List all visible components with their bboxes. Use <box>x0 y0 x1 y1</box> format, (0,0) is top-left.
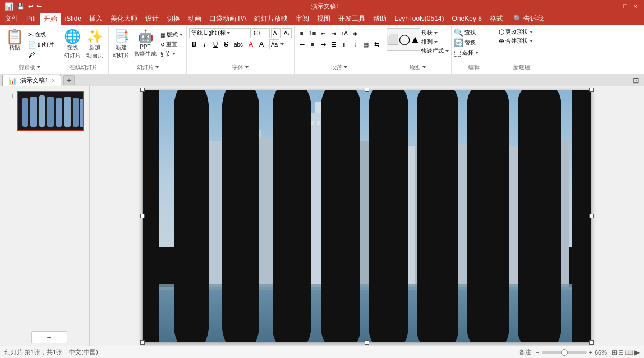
align-center-button[interactable]: ≡ <box>307 39 318 49</box>
find-button[interactable]: 🔍查找 <box>454 28 494 37</box>
menu-bar: 文件 Piti 开始 iSlide 插入 美化大师 设计 切换 动画 口袋动画 … <box>0 12 644 25</box>
doc-tab-1-close[interactable]: × <box>52 77 55 84</box>
numbered-list-button[interactable]: 1≡ <box>307 28 318 38</box>
close-ribbon-button[interactable]: ⊡ <box>633 76 640 85</box>
handle-mr[interactable] <box>589 214 594 218</box>
notes-button[interactable]: 备注 <box>519 348 531 356</box>
bold-button[interactable]: B <box>189 39 199 49</box>
menu-item-slideshow[interactable]: 幻灯片放映 <box>250 13 292 25</box>
handle-tl[interactable] <box>140 88 145 92</box>
cut-button[interactable]: ✂在线 <box>27 30 56 39</box>
menu-item-piti[interactable]: Piti <box>22 13 40 24</box>
section-button[interactable]: §节 <box>159 49 184 58</box>
new-slide-button[interactable]: 📑 新建幻灯片 <box>111 28 131 61</box>
qat-save[interactable]: 💾 <box>16 3 26 10</box>
ppt-generate-button[interactable]: 🤖 PPT智能生成 <box>132 28 158 59</box>
zoom-slider[interactable] <box>542 351 587 354</box>
handle-ml[interactable] <box>140 214 145 218</box>
close-btn[interactable]: × <box>632 3 640 10</box>
decrease-font-button[interactable]: A↓ <box>282 28 292 38</box>
font-name-dropdown[interactable]: 等线 Light (标 <box>189 28 251 38</box>
qat-redo[interactable]: ↪ <box>35 3 43 10</box>
zoom-percent[interactable]: 66% <box>595 349 607 356</box>
align-left-button[interactable]: ⬅ <box>297 39 307 49</box>
zoom-thumb[interactable] <box>561 349 568 356</box>
svg-rect-4 <box>39 95 45 127</box>
slide-thumb-1[interactable] <box>17 91 84 131</box>
menu-item-start[interactable]: 开始 <box>40 13 61 25</box>
menu-item-review[interactable]: 审阅 <box>292 13 313 25</box>
align-right-button[interactable]: ➡ <box>318 39 328 49</box>
select-button[interactable]: ⬚选择 <box>454 48 494 57</box>
font-size-input[interactable]: 60 <box>252 28 270 38</box>
menu-item-onekey[interactable]: OneKey 8 <box>448 13 486 24</box>
char-spacing-button[interactable]: Aa <box>269 39 279 49</box>
handle-tc[interactable] <box>365 88 369 92</box>
increase-indent-button[interactable]: ⇥ <box>329 28 339 38</box>
layout-button[interactable]: ▦版式 <box>159 30 184 39</box>
shape-button[interactable]: 形状 <box>421 29 449 37</box>
menu-item-beautify[interactable]: 美化大师 <box>107 13 141 25</box>
convert-smartart-button[interactable]: ◈ <box>350 28 360 38</box>
qat-undo[interactable]: ↩ <box>27 3 34 10</box>
reading-view-button[interactable]: 📖 <box>625 348 633 356</box>
menu-item-lvyh[interactable]: LvyhTools(0514) <box>390 13 448 24</box>
font-color-button[interactable]: A <box>256 39 266 49</box>
add-animation-button[interactable]: ✨ 新加动画页 <box>85 28 105 61</box>
menu-item-islide[interactable]: iSlide <box>61 13 85 24</box>
minimize-btn[interactable]: — <box>608 3 619 10</box>
highlight-button[interactable]: A <box>246 39 256 49</box>
handle-tr[interactable] <box>589 88 594 92</box>
copy-button[interactable]: 📄幻灯片 <box>27 40 56 49</box>
menu-item-design[interactable]: 设计 <box>141 13 163 25</box>
menu-item-search[interactable]: 🔍 告诉我 <box>509 13 548 25</box>
online-slides-button[interactable]: 🌐 在线幻灯片 <box>62 28 82 61</box>
slideshow-button[interactable]: ▶ <box>634 348 640 356</box>
line-spacing-button[interactable]: ↕ <box>350 39 360 49</box>
zoom-out-button[interactable]: − <box>536 349 539 356</box>
menu-item-pocketanim[interactable]: 口袋动画 PA <box>205 13 250 25</box>
strikethrough-button[interactable]: S <box>221 39 231 49</box>
menu-item-animation[interactable]: 动画 <box>184 13 205 25</box>
quick-styles-button[interactable]: 快速样式 <box>421 47 449 55</box>
columns-button[interactable]: ⫿ <box>339 39 349 49</box>
tab-bar: 📊 演示文稿1 × + ⊡ <box>0 74 644 86</box>
increase-font-button[interactable]: A↑ <box>271 28 281 38</box>
bullet-list-button[interactable]: ≡ <box>297 28 307 38</box>
italic-button[interactable]: I <box>200 39 210 49</box>
menu-item-help[interactable]: 帮助 <box>369 13 390 25</box>
menu-item-insert[interactable]: 插入 <box>85 13 107 25</box>
shadow-button[interactable]: abc <box>232 39 245 49</box>
maximize-btn[interactable]: □ <box>621 3 629 10</box>
handle-bc[interactable] <box>365 340 369 345</box>
text-direction-button[interactable]: ↕A <box>339 28 349 38</box>
add-slide-button[interactable]: + <box>31 331 67 343</box>
tab-controls: ⊡ <box>76 76 642 85</box>
rtl-button[interactable]: ⇆ <box>371 39 381 49</box>
handle-bl[interactable] <box>140 340 145 345</box>
new-tab-button[interactable]: + <box>63 75 75 85</box>
justify-button[interactable]: ☰ <box>329 39 339 49</box>
decrease-indent-button[interactable]: ⇤ <box>318 28 328 38</box>
reset-button[interactable]: ↺重置 <box>159 40 184 49</box>
menu-item-transition[interactable]: 切换 <box>163 13 184 25</box>
normal-view-button[interactable]: ⊞ <box>611 348 617 356</box>
slide-sorter-button[interactable]: ⊟ <box>618 348 624 356</box>
replace-button[interactable]: 🔄替换 <box>454 38 494 47</box>
align-objects-button[interactable]: ▤ <box>361 39 371 49</box>
merge-shape-button[interactable]: ⊕合并形状 <box>499 37 545 45</box>
zoom-in-button[interactable]: + <box>589 349 592 356</box>
arrange-button[interactable]: 排列 <box>421 38 449 46</box>
shapes-gallery[interactable]: ⬜◯▲ <box>387 28 420 51</box>
menu-item-format[interactable]: 格式 <box>486 13 507 25</box>
paste-button[interactable]: 📋 粘贴 <box>3 28 26 53</box>
handle-br[interactable] <box>589 340 594 345</box>
menu-item-developer[interactable]: 开发工具 <box>334 13 369 25</box>
format-painter-button[interactable]: 🖌 <box>27 51 56 59</box>
change-shape-button[interactable]: ⬡更改形状 <box>499 28 545 36</box>
doc-tab-1[interactable]: 📊 演示文稿1 × <box>2 75 61 86</box>
menu-item-file[interactable]: 文件 <box>1 13 22 25</box>
slide-canvas[interactable] <box>142 90 591 342</box>
underline-button[interactable]: U <box>210 39 220 49</box>
menu-item-view[interactable]: 视图 <box>313 13 334 25</box>
